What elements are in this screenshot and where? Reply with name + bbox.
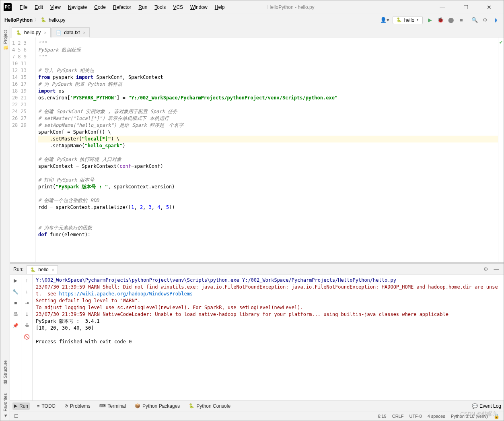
- run-config-name: hello: [404, 17, 414, 23]
- run-body: ▶ 🔧 ■ 🖶 📌 ↑ ↓ ⇥ ⤓ 🖶 🚫 Y:\002_Wor: [10, 274, 504, 400]
- run-button[interactable]: ▶: [426, 16, 434, 24]
- search-icon[interactable]: 🔍: [471, 16, 479, 24]
- close-icon[interactable]: ×: [44, 31, 46, 35]
- app-logo: PC: [4, 3, 12, 11]
- menu-code[interactable]: Code: [91, 3, 109, 12]
- code-area[interactable]: """ PySpark 数据处理 """ # 导入 PySpark 相关包 fr…: [36, 37, 498, 262]
- editor-tabs: 🐍hello.py×📄data.txt×: [10, 26, 504, 37]
- up-icon[interactable]: ↑: [23, 277, 31, 284]
- window-title: HelloPython - hello.py: [147, 4, 434, 10]
- left-tool-stripe: 📁Project 🏛Structure ★Favorites: [0, 26, 10, 421]
- chevron-down-icon: ▼: [416, 18, 419, 22]
- indent-info[interactable]: 4 spaces: [428, 414, 445, 419]
- clear-icon[interactable]: 🚫: [23, 333, 31, 341]
- event-log-tab[interactable]: 💬 Event Log: [472, 403, 501, 409]
- analysis-ok-icon[interactable]: ✔: [499, 40, 503, 45]
- project-tool-tab[interactable]: 📁Project: [2, 28, 8, 53]
- run-panel-header: Run: 🐍 hello × ⚙ —: [10, 264, 504, 274]
- breadcrumb: HelloPython 〉 🐍 hello.py: [4, 17, 65, 23]
- console-output[interactable]: Y:\002_WorkSpace\PycharmProjects\pythonP…: [33, 274, 504, 400]
- run-tab-name: hello: [38, 267, 48, 272]
- bottom-tab-run[interactable]: ▶Run: [12, 402, 30, 410]
- rerun-button[interactable]: ▶: [12, 277, 19, 284]
- bottom-tab-python-packages[interactable]: 📦Python Packages: [133, 402, 181, 410]
- bottom-tab-todo[interactable]: ≡TODO: [35, 402, 57, 410]
- python-file-icon: 🐍: [41, 17, 46, 23]
- right-marker-bar: ✔: [498, 37, 504, 262]
- status-lock-icon[interactable]: ☐: [14, 413, 19, 419]
- minimize-button[interactable]: —: [434, 2, 451, 13]
- print-icon[interactable]: 🖶: [23, 322, 31, 329]
- scroll-end-icon[interactable]: ⤓: [23, 311, 31, 318]
- debug-button[interactable]: 🐞: [436, 16, 444, 24]
- run-settings-icon[interactable]: ⚙: [482, 265, 490, 273]
- favorites-tool-tab[interactable]: ★Favorites: [2, 391, 8, 421]
- console-link[interactable]: https://wiki.apache.org/hadoop/WindowsPr…: [59, 291, 193, 297]
- soft-wrap-icon[interactable]: ⇥: [23, 299, 31, 307]
- modify-run-config-icon[interactable]: 🔧: [12, 288, 19, 295]
- watermark: CSDN @韩曜亮: [460, 411, 498, 418]
- run-tab[interactable]: 🐍 hello ×: [27, 265, 58, 274]
- bottom-tab-problems[interactable]: ⊘Problems: [63, 402, 92, 410]
- down-icon[interactable]: ↓: [23, 288, 31, 295]
- help-icon[interactable]: ◗: [492, 16, 500, 24]
- menu-view[interactable]: View: [47, 3, 64, 12]
- run-toolbar: ▶ 🐞 ⬤ ■ 🔍 ⚙ ◗: [426, 16, 500, 24]
- editor-tab[interactable]: 🐍hello.py×: [12, 27, 51, 37]
- menu-file[interactable]: File: [16, 3, 31, 12]
- close-icon[interactable]: ×: [52, 268, 54, 272]
- bottom-tab-terminal[interactable]: ⌨Terminal: [98, 402, 128, 410]
- dump-threads-icon[interactable]: 🖶: [12, 311, 19, 318]
- event-log-icon: 💬: [472, 403, 478, 409]
- editor[interactable]: 1 2 3 4 5 6 7 8 9 10 11 12 13 14 15 16 1…: [10, 37, 504, 262]
- navigation-bar: HelloPython 〉 🐍 hello.py 👤▾ 🐍 hello ▼ ▶ …: [0, 14, 504, 26]
- run-left-toolbar2: ↑ ↓ ⇥ ⤓ 🖶 🚫: [21, 274, 33, 400]
- run-left-toolbar: ▶ 🔧 ■ 🖶 📌: [10, 274, 21, 400]
- breadcrumb-project[interactable]: HelloPython: [4, 17, 33, 23]
- body-area: 📁Project 🏛Structure ★Favorites 🐍hello.py…: [0, 26, 504, 421]
- user-icon[interactable]: 👤▾: [380, 17, 389, 23]
- gutter: 1 2 3 4 5 6 7 8 9 10 11 12 13 14 15 16 1…: [10, 37, 30, 262]
- maximize-button[interactable]: ☐: [458, 2, 474, 13]
- bottom-tool-tabs: ▶Run≡TODO⊘Problems⌨Terminal📦Python Packa…: [10, 400, 504, 411]
- bottom-tab-python-console[interactable]: 🐍Python Console: [187, 402, 232, 410]
- file-icon: 📄: [56, 30, 62, 35]
- menu-navigate[interactable]: Navigate: [65, 3, 90, 12]
- run-label: Run:: [13, 266, 23, 272]
- titlebar: PC FileEditViewNavigateCodeRefactorRunTo…: [0, 0, 504, 14]
- stop-button[interactable]: ■: [12, 299, 19, 307]
- navbar-right: 👤▾ 🐍 hello ▼ ▶ 🐞 ⬤ ■ 🔍 ⚙ ◗: [380, 16, 500, 24]
- structure-tool-tab[interactable]: 🏛Structure: [3, 358, 8, 387]
- run-panel: Run: 🐍 hello × ⚙ — ▶ 🔧 ■: [10, 264, 504, 400]
- fold-column: [30, 37, 36, 262]
- run-coverage-button[interactable]: ⬤: [447, 16, 455, 24]
- stop-button[interactable]: ■: [457, 16, 465, 24]
- settings-icon[interactable]: ⚙: [481, 16, 489, 24]
- content-column: 🐍hello.py×📄data.txt× 1 2 3 4 5 6 7 8 9 1…: [10, 26, 504, 421]
- window-controls: — ☐ ✕: [434, 2, 500, 13]
- app-window: PC FileEditViewNavigateCodeRefactorRunTo…: [0, 0, 504, 421]
- file-encoding[interactable]: UTF-8: [409, 414, 422, 419]
- run-header-right: ⚙ —: [482, 265, 500, 273]
- breadcrumb-sep: 〉: [34, 17, 39, 23]
- run-config-selector[interactable]: 🐍 hello ▼: [393, 16, 423, 24]
- editor-tab[interactable]: 📄data.txt×: [51, 27, 90, 37]
- close-button[interactable]: ✕: [481, 2, 497, 13]
- menu-edit[interactable]: Edit: [31, 3, 46, 12]
- breadcrumb-file[interactable]: hello.py: [49, 17, 65, 23]
- python-icon: 🐍: [30, 267, 36, 272]
- python-icon: 🐍: [396, 17, 402, 23]
- caret-position[interactable]: 6:19: [378, 414, 386, 419]
- hide-panel-button[interactable]: —: [492, 265, 500, 273]
- close-icon[interactable]: ×: [83, 31, 86, 35]
- menu-refactor[interactable]: Refactor: [110, 3, 134, 12]
- separator: [468, 16, 468, 24]
- file-icon: 🐍: [16, 30, 22, 35]
- line-separator[interactable]: CRLF: [392, 414, 404, 419]
- status-bar: ☐ 6:19 CRLF UTF-8 4 spaces Python 3.10 (…: [10, 411, 504, 421]
- pin-tab-icon[interactable]: 📌: [12, 322, 19, 329]
